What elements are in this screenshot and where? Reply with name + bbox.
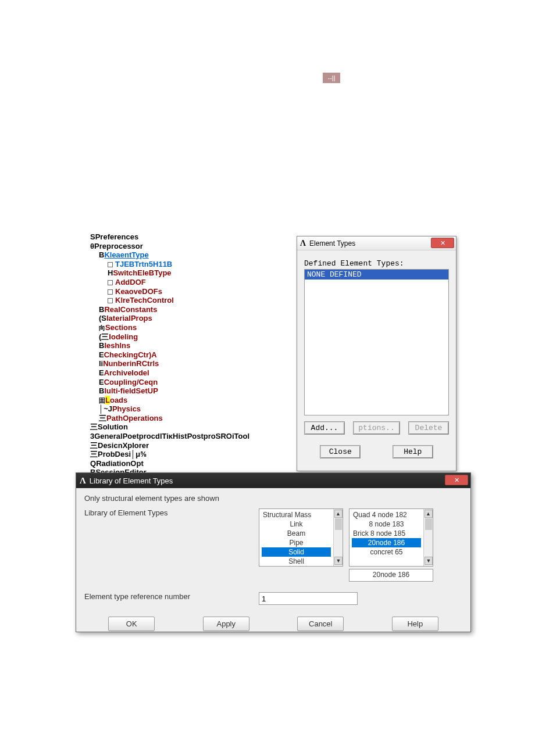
scroll-thumb[interactable] (335, 518, 342, 530)
scroll-up-icon[interactable]: ▲ (425, 510, 433, 518)
category-listbox[interactable]: Structural Mass Link Beam Pipe Solid She… (259, 508, 343, 567)
list-item[interactable]: Pipe (262, 538, 331, 547)
tree-item-radiation-opt[interactable]: QRadiationOpt (90, 459, 294, 468)
checkbox-icon (108, 280, 113, 285)
list-item[interactable]: Link (262, 519, 331, 529)
tree-item-archive-model[interactable]: EArchiveIodel (90, 368, 294, 378)
scrollbar[interactable]: ▲ ▼ (333, 509, 343, 566)
ok-button[interactable]: OK (108, 617, 155, 631)
close-dialog-button[interactable]: Close (320, 445, 361, 458)
list-item[interactable]: Structural Mass (262, 510, 331, 519)
ref-number-label: Element type reference number (84, 592, 259, 601)
tree-item-meshing[interactable]: BIeshlns (90, 341, 294, 350)
tree-item-physics[interactable]: │~JPhysics (90, 404, 294, 414)
library-title-bar[interactable]: Λ Library of Element Types ✕ (76, 473, 470, 488)
delete-button[interactable]: Delete (408, 421, 449, 435)
add-button[interactable]: Add... (304, 421, 345, 435)
dialog-title: Library of Element Types (90, 476, 173, 485)
tree-item-coupling-ceqn[interactable]: ECoupling/Ceqn (90, 378, 294, 387)
help-button[interactable]: Help (393, 445, 433, 458)
list-item-selected[interactable]: 20node 186 (352, 538, 421, 547)
tree-item-add-edit-delete[interactable]: TJEBTrtn5H11B (90, 260, 294, 269)
options-button[interactable]: ptions.. (353, 421, 400, 435)
list-item-selected[interactable]: Solid (262, 547, 331, 557)
app-logo-icon: Λ (300, 239, 306, 248)
element-types-dialog: Λ Element Types ✕ Defined Element Types:… (297, 236, 456, 471)
tree-item-elem-tech-control[interactable]: KlreTechControl (90, 296, 294, 305)
tree-item-solution[interactable]: 三Solution (90, 422, 294, 432)
tree-item-general-postproc[interactable]: 3GeneralPoetprocdlTiκHistPostproSROiTool (90, 432, 294, 441)
ref-number-input[interactable] (259, 592, 358, 605)
defined-types-label: Defined Element Types: (304, 259, 449, 268)
help-button[interactable]: Help (392, 617, 438, 631)
tree-item-preprocessor[interactable]: θPreprocessor (90, 242, 294, 251)
tree-item-sections[interactable]: 向Sections (90, 323, 294, 332)
cancel-button[interactable]: Cancel (297, 617, 344, 631)
filter-note: Only structural element types are shown (84, 494, 462, 503)
checkbox-icon (108, 262, 113, 267)
tree-item-prob-design[interactable]: 三ProbDesi│μ⅝ (90, 450, 294, 459)
dialog-title: Element Types (309, 239, 355, 248)
close-button[interactable]: ✕ (431, 238, 454, 248)
tree-item-switch-elem-type[interactable]: HSwitchEleBType (90, 268, 294, 278)
tree-item-modeling[interactable]: (三Iodeling (90, 332, 294, 342)
app-logo-icon: Λ (80, 476, 86, 486)
scroll-thumb[interactable] (425, 518, 432, 530)
tree-item-preferences[interactable]: SPreferences (90, 232, 294, 242)
list-item[interactable]: Beam (262, 529, 331, 538)
checkbox-icon (108, 298, 113, 303)
tree-item-multi-field-setup[interactable]: BIulti-fieldSetUP (90, 386, 294, 396)
list-item[interactable]: Brick 8 node 185 (352, 529, 421, 538)
list-item-selected[interactable]: NONE DEFINED (305, 270, 448, 280)
tree-item-remove-dofs[interactable]: KeaoveDOFs (90, 287, 294, 296)
tree-item-numbering-ctrls[interactable]: liNunberinRCtrls (90, 359, 294, 368)
checkbox-icon (108, 289, 113, 295)
tree-item-elementtype[interactable]: BKleaentType (90, 250, 294, 260)
scroll-down-icon[interactable]: ▼ (425, 557, 433, 565)
scroll-up-icon[interactable]: ▲ (334, 510, 343, 518)
list-item[interactable]: 8 node 183 (352, 519, 421, 529)
tree-item-path-operations[interactable]: 三PathOperations (90, 414, 294, 423)
scroll-down-icon[interactable]: ▼ (334, 557, 343, 565)
selected-element-display: 20node 186 (349, 569, 433, 582)
list-item[interactable]: Quad 4 node 182 (352, 510, 421, 519)
list-item[interactable]: Shell (262, 557, 331, 566)
library-label: Library of Element Types (84, 508, 259, 517)
tree-item-add-dof[interactable]: AddDOF (90, 278, 294, 287)
element-listbox[interactable]: Quad 4 node 182 8 node 183 Brick 8 node … (349, 508, 433, 567)
tree-item-designxplorer[interactable]: 三DesicnXplorer (90, 441, 294, 450)
defined-types-list[interactable]: NONE DEFINED (304, 269, 449, 415)
tree-item-checking-ctrls[interactable]: ECheckingCtr)A (90, 350, 294, 360)
scrollbar[interactable]: ▲ ▼ (423, 509, 433, 566)
status-badge: --|| (323, 73, 340, 83)
tree-item-material-props[interactable]: (SIaterialProps (90, 314, 294, 323)
main-menu-tree: SPreferences θPreprocessor BKleaentType … (90, 232, 294, 486)
library-element-types-dialog: Λ Library of Element Types ✕ Only struct… (76, 472, 471, 632)
close-button[interactable]: ✕ (445, 475, 468, 485)
element-types-title-bar[interactable]: Λ Element Types ✕ (297, 237, 456, 250)
list-item[interactable]: concret 65 (352, 547, 421, 557)
tree-item-loads[interactable]: 固LLoadsoads (90, 396, 294, 405)
apply-button[interactable]: Apply (203, 617, 249, 631)
tree-item-real-constants[interactable]: BRealConstants (90, 305, 294, 314)
